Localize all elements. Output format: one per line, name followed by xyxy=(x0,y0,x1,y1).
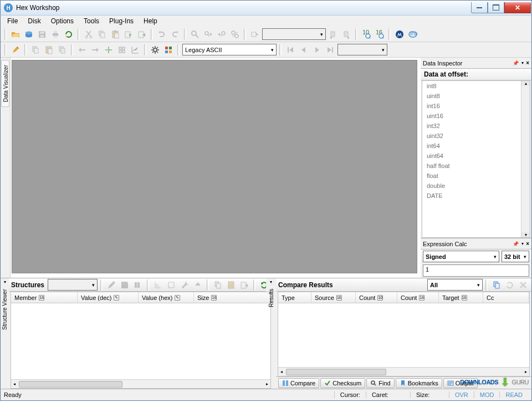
close-button[interactable] xyxy=(504,2,531,13)
tab-compare[interactable]: Compare xyxy=(278,378,319,388)
open-button[interactable] xyxy=(9,28,22,40)
dec-mode-button[interactable]: 10 xyxy=(360,28,372,40)
hex-mode-button[interactable]: 16 xyxy=(374,28,386,40)
toolbar-grip[interactable] xyxy=(71,44,73,55)
menu-help[interactable]: Help xyxy=(139,16,162,26)
toolbar-grip[interactable] xyxy=(244,29,246,40)
svg-rect-20 xyxy=(252,32,256,37)
copy-results-button[interactable] xyxy=(490,279,503,291)
expression-calc-panel: Expression Calc 📌 ▾ × Signed 32 bit 1 xyxy=(421,238,531,278)
pin-icon[interactable]: 📌 xyxy=(513,60,519,66)
col-count-hex[interactable]: Count16 xyxy=(397,292,439,303)
data-offset-header: Data at offset: xyxy=(421,69,531,80)
type-int16[interactable]: int16 xyxy=(422,101,530,111)
motorola-button[interactable] xyxy=(393,28,406,40)
type-uint64[interactable]: uint64 xyxy=(422,151,530,161)
intel-button[interactable]: intel xyxy=(407,28,419,40)
h-scrollbar[interactable] xyxy=(278,367,529,376)
col-value-dec[interactable]: Value (dec)✎ xyxy=(78,292,139,303)
col-type[interactable]: Type xyxy=(278,292,311,303)
tab-bookmarks[interactable]: Bookmarks xyxy=(396,378,442,388)
expression-calc-title: Expression Calc xyxy=(423,241,467,247)
col-size[interactable]: Size16 xyxy=(194,292,270,303)
menu-disk[interactable]: Disk xyxy=(23,16,45,26)
expression-input[interactable]: 1 xyxy=(423,264,529,277)
tab-data-visualizer[interactable]: Data Visualizer xyxy=(1,60,9,107)
structures-grid: Member16 Value (dec)✎ Value (hex)✎ Size1… xyxy=(11,292,271,389)
type-date[interactable]: DATE xyxy=(422,191,530,201)
type-int8[interactable]: int8 xyxy=(422,81,530,91)
svg-rect-42 xyxy=(137,282,140,288)
sign-combo[interactable]: Signed xyxy=(423,251,499,262)
nav-next-button xyxy=(311,44,323,56)
col-member[interactable]: Member16 xyxy=(11,292,78,303)
settings-button[interactable] xyxy=(149,44,161,56)
tab-output[interactable]: Output xyxy=(443,378,478,388)
svg-rect-49 xyxy=(283,380,285,386)
type-uint16[interactable]: uint16 xyxy=(422,111,530,121)
type-int64[interactable]: int64 xyxy=(422,141,530,151)
toolbar-grip[interactable] xyxy=(388,29,391,40)
type-int32[interactable]: int32 xyxy=(422,121,530,131)
type-uint8[interactable]: uint8 xyxy=(422,91,530,101)
sign-label: Signed xyxy=(426,253,446,260)
dropdown-icon[interactable]: ▾ xyxy=(1,278,9,286)
toolbar-grip[interactable] xyxy=(184,29,186,40)
results-tab[interactable]: Results xyxy=(266,286,276,389)
compare-toolbar: Compare Results All xyxy=(276,278,531,292)
toolbar-grip[interactable] xyxy=(78,29,80,40)
op-add-button xyxy=(103,44,115,56)
toolbar-secondary: Legacy ASCII xyxy=(1,42,531,58)
dropdown-icon[interactable]: ▾ xyxy=(521,60,524,65)
col-target[interactable]: Target16 xyxy=(439,292,483,303)
encoding-combo[interactable]: Legacy ASCII xyxy=(182,44,277,55)
h-scrollbar[interactable] xyxy=(11,379,270,388)
toolbar-grip[interactable] xyxy=(4,29,7,40)
type-double[interactable]: double xyxy=(422,181,530,191)
dropdown-icon[interactable]: ▾ xyxy=(266,278,276,286)
menu-options[interactable]: Options xyxy=(47,16,78,26)
status-mod[interactable]: MOD xyxy=(474,391,500,398)
refresh-button[interactable] xyxy=(63,28,75,40)
status-ovr[interactable]: OVR xyxy=(449,391,474,398)
bits-combo[interactable]: 32 bit xyxy=(502,251,529,262)
close-panel-icon[interactable]: × xyxy=(526,60,529,66)
hex-editor-canvas[interactable] xyxy=(12,60,417,273)
filter-combo[interactable]: All xyxy=(427,279,483,291)
toolbar-grip[interactable] xyxy=(4,44,7,55)
toolbar-grip[interactable] xyxy=(151,29,153,40)
col-cc[interactable]: Cc xyxy=(483,292,529,303)
tab-checksum[interactable]: Checksum xyxy=(320,378,365,388)
paste-block-button xyxy=(43,44,55,56)
toolbar-grip[interactable] xyxy=(355,29,357,40)
type-uint32[interactable]: uint32 xyxy=(422,131,530,141)
maximize-button[interactable] xyxy=(488,2,504,13)
menu-file[interactable]: File xyxy=(3,16,22,26)
menu-plugins[interactable]: Plug-Ins xyxy=(105,16,138,26)
hex-badge-icon: 16 xyxy=(462,295,467,301)
tab-find[interactable]: Find xyxy=(366,378,394,388)
toolbar-grip[interactable] xyxy=(177,44,180,55)
toolbar-grip[interactable] xyxy=(279,44,282,55)
pin-icon[interactable]: 📌 xyxy=(513,241,519,247)
status-size: Size: xyxy=(410,391,449,398)
toolbar-grip[interactable] xyxy=(144,44,146,55)
svg-point-18 xyxy=(232,31,235,34)
structure-viewer-tab[interactable]: Structure Viewer xyxy=(1,286,9,389)
minimize-button[interactable] xyxy=(471,2,488,13)
dropdown-icon[interactable]: ▾ xyxy=(521,241,524,246)
menu-tools[interactable]: Tools xyxy=(79,16,104,26)
open-disk-button[interactable] xyxy=(23,28,35,40)
color-settings-button[interactable] xyxy=(162,44,175,56)
close-panel-icon[interactable]: × xyxy=(526,241,529,247)
col-value-hex[interactable]: Value (hex)✎ xyxy=(139,292,194,303)
type-halffloat[interactable]: half float xyxy=(422,161,530,171)
save-button xyxy=(36,28,48,40)
type-float[interactable]: float xyxy=(422,171,530,181)
highlight-button[interactable] xyxy=(9,44,22,56)
toolbar-grip[interactable] xyxy=(24,44,27,55)
col-source[interactable]: Source16 xyxy=(311,292,356,303)
col-count-dec[interactable]: Count10 xyxy=(356,292,397,303)
status-read[interactable]: READ xyxy=(499,391,528,398)
scrollbar[interactable] xyxy=(521,81,530,237)
